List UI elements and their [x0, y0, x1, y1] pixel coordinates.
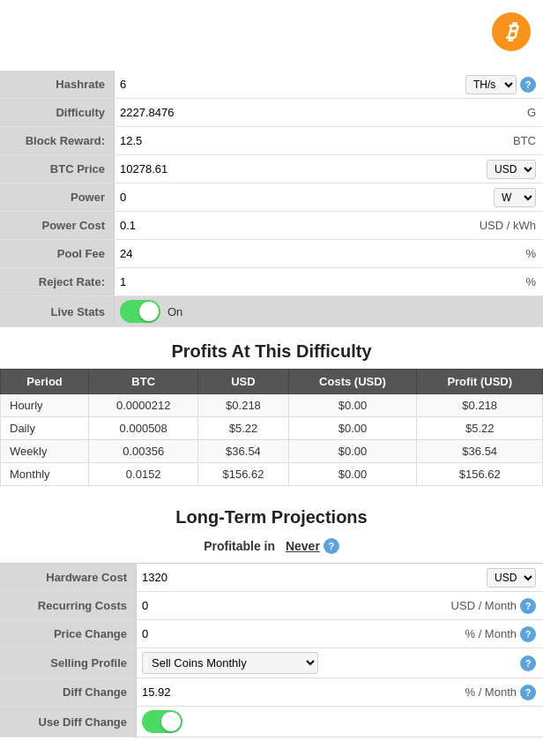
profits-section: Profits At This Difficulty Period BTC US… — [0, 327, 543, 486]
difficulty-row: Difficulty G — [0, 99, 543, 127]
table-row: Hourly 0.0000212 $0.218 $0.00 $0.218 — [1, 394, 543, 417]
price-change-label: Price Change — [0, 620, 137, 647]
recurring-costs-unit: USD / Month ? — [444, 595, 543, 618]
costs-cell: $0.00 — [288, 440, 417, 463]
hashrate-unit-select[interactable]: TH/s GH/s MH/s — [465, 75, 517, 94]
long-term-section: Long-Term Projections Profitable in Neve… — [0, 493, 543, 737]
usd-cell: $36.54 — [198, 440, 288, 463]
col-period: Period — [1, 370, 89, 394]
power-cost-row: Power Cost USD / kWh — [0, 212, 543, 240]
recurring-costs-row: Recurring Costs USD / Month ? — [0, 592, 543, 620]
block-reward-row: Block Reward: BTC — [0, 127, 543, 155]
selling-profile-select[interactable]: Sell Coins Monthly Hold All Coins Sell t… — [142, 652, 318, 674]
pool-fee-unit: % — [518, 243, 543, 264]
recurring-costs-input[interactable] — [137, 595, 444, 616]
selling-profile-label: Selling Profile — [0, 648, 137, 677]
profits-title: Profits At This Difficulty — [0, 327, 543, 369]
price-change-unit: % / Month ? — [457, 623, 543, 646]
hashrate-row: Hashrate TH/s GH/s MH/s ? — [0, 71, 543, 99]
power-unit-select[interactable]: W kW — [494, 188, 536, 207]
power-cost-input[interactable] — [115, 215, 472, 236]
power-input[interactable] — [115, 187, 487, 207]
recurring-costs-label: Recurring Costs — [0, 592, 137, 619]
period-cell: Daily — [1, 417, 89, 440]
costs-cell: $0.00 — [288, 463, 417, 486]
use-diff-change-label: Use Diff Change — [0, 707, 137, 737]
reject-rate-row: Reject Rate: % — [0, 268, 543, 296]
usd-cell: $156.62 — [198, 463, 288, 486]
costs-cell: $0.00 — [288, 417, 417, 440]
btc-price-input[interactable] — [115, 159, 480, 179]
btc-cell: 0.000508 — [89, 417, 198, 440]
selling-profile-input-area: Sell Coins Monthly Hold All Coins Sell t… — [137, 648, 513, 677]
live-stats-toggle-container: On — [115, 296, 188, 326]
diff-change-unit: % / Month ? — [457, 681, 543, 704]
period-cell: Monthly — [1, 463, 89, 486]
hardware-cost-input[interactable] — [137, 567, 480, 588]
bitcoin-logo: ₿ — [492, 12, 531, 51]
block-reward-input[interactable] — [115, 131, 506, 151]
table-row: Weekly 0.00356 $36.54 $0.00 $36.54 — [1, 440, 543, 463]
hashrate-input[interactable] — [115, 74, 458, 94]
price-change-help-icon[interactable]: ? — [520, 626, 536, 642]
live-stats-on-label: On — [167, 305, 182, 318]
pool-fee-input[interactable] — [115, 243, 518, 264]
power-cost-label: Power Cost — [0, 212, 115, 239]
profitable-value: Never — [286, 539, 320, 553]
pool-fee-row: Pool Fee % — [0, 240, 543, 268]
hashrate-help-icon[interactable]: ? — [520, 77, 536, 93]
difficulty-input[interactable] — [115, 102, 520, 123]
pool-fee-label: Pool Fee — [0, 240, 115, 267]
long-term-form: Hardware Cost USD EUR Recurring Costs US… — [0, 563, 543, 737]
col-costs: Costs (USD) — [288, 370, 417, 394]
usd-cell: $0.218 — [198, 394, 288, 417]
power-row: Power W kW — [0, 183, 543, 212]
power-label: Power — [0, 183, 115, 211]
btc-cell: 0.00356 — [89, 440, 198, 463]
calculator-form: Hashrate TH/s GH/s MH/s ? Difficulty G B… — [0, 71, 543, 327]
block-reward-label: Block Reward: — [0, 127, 115, 154]
hardware-cost-label: Hardware Cost — [0, 564, 137, 591]
btc-price-row: BTC Price USD EUR GBP — [0, 155, 543, 183]
hashrate-unit: TH/s GH/s MH/s ? — [458, 71, 543, 98]
diff-change-input[interactable] — [137, 682, 457, 702]
recurring-costs-help-icon[interactable]: ? — [520, 598, 536, 614]
profits-table-header: Period BTC USD Costs (USD) Profit (USD) — [1, 370, 543, 394]
hardware-cost-unit: USD EUR — [480, 565, 543, 591]
profit-cell: $5.22 — [417, 417, 543, 440]
col-profit: Profit (USD) — [417, 370, 543, 394]
profit-cell: $156.62 — [417, 463, 543, 486]
hardware-cost-row: Hardware Cost USD EUR — [0, 564, 543, 592]
col-btc: BTC — [89, 370, 198, 394]
use-diff-change-toggle-area — [137, 707, 188, 737]
btc-price-unit-select[interactable]: USD EUR GBP — [487, 160, 536, 179]
live-stats-row: Live Stats On — [0, 296, 543, 327]
col-usd: USD — [198, 370, 288, 394]
power-unit: W kW — [487, 184, 543, 211]
live-stats-label: Live Stats — [0, 296, 115, 326]
hardware-cost-currency-select[interactable]: USD EUR — [487, 568, 536, 588]
reject-rate-input[interactable] — [115, 272, 518, 292]
use-diff-change-toggle[interactable] — [142, 710, 182, 733]
profits-table: Period BTC USD Costs (USD) Profit (USD) … — [0, 369, 543, 486]
selling-profile-help-icon[interactable]: ? — [520, 655, 536, 671]
diff-change-help-icon[interactable]: ? — [520, 685, 536, 700]
price-change-input[interactable] — [137, 624, 457, 644]
profit-cell: $36.54 — [417, 440, 543, 463]
hashrate-label: Hashrate — [0, 71, 115, 98]
reject-rate-label: Reject Rate: — [0, 268, 115, 296]
live-stats-toggle[interactable] — [120, 300, 160, 323]
selling-profile-row: Selling Profile Sell Coins Monthly Hold … — [0, 648, 543, 678]
period-cell: Weekly — [1, 440, 89, 463]
price-change-row: Price Change % / Month ? — [0, 620, 543, 648]
difficulty-unit: G — [520, 102, 543, 123]
period-cell: Hourly — [1, 394, 89, 417]
btc-price-unit: USD EUR GBP — [480, 156, 543, 183]
costs-cell: $0.00 — [288, 394, 417, 417]
btc-cell: 0.0152 — [89, 463, 198, 486]
btc-price-label: BTC Price — [0, 155, 115, 183]
profitable-help-icon[interactable]: ? — [324, 538, 339, 554]
table-row: Monthly 0.0152 $156.62 $0.00 $156.62 — [1, 463, 543, 486]
btc-cell: 0.0000212 — [89, 394, 198, 417]
diff-change-label: Diff Change — [0, 678, 137, 706]
